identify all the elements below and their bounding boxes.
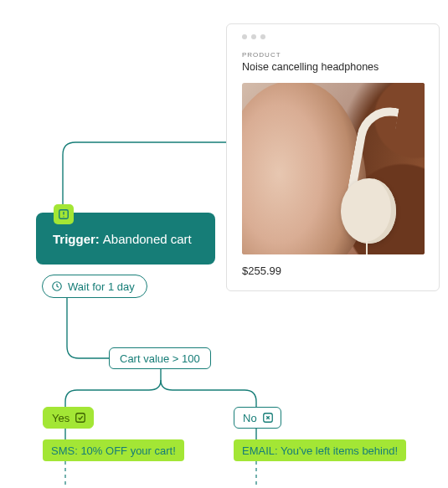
action-sms-label: SMS: 10% OFF your cart! (51, 444, 176, 457)
product-label: PRODUCT (242, 51, 424, 59)
wait-label: Wait for 1 day (68, 280, 135, 293)
alert-square-icon (54, 204, 74, 224)
trigger-label: Abandoned cart (103, 232, 192, 246)
window-controls (242, 34, 424, 39)
product-card: PRODUCT Noise cancelling headphones $255… (226, 23, 440, 291)
product-name: Noise cancelling headphones (242, 61, 424, 73)
branch-no-label: No (243, 412, 257, 424)
svg-rect-4 (76, 414, 85, 423)
product-image (242, 83, 425, 254)
action-email[interactable]: EMAIL: You've left items behind! (234, 439, 406, 461)
branch-yes[interactable]: Yes (43, 407, 94, 429)
check-square-icon (75, 412, 86, 424)
condition-label: Cart value > 100 (120, 352, 200, 365)
window-dot (242, 34, 247, 39)
clock-icon (51, 280, 63, 292)
branch-yes-label: Yes (52, 412, 70, 424)
window-dot (251, 34, 256, 39)
headphones-icon (336, 113, 399, 245)
wait-node[interactable]: Wait for 1 day (42, 275, 147, 298)
action-email-label: EMAIL: You've left items behind! (242, 444, 398, 457)
product-price: $255.99 (242, 265, 424, 277)
branch-no[interactable]: No (234, 407, 281, 429)
condition-node[interactable]: Cart value > 100 (109, 347, 211, 369)
window-dot (260, 34, 265, 39)
trigger-prefix: Trigger: (53, 232, 100, 246)
action-sms[interactable]: SMS: 10% OFF your cart! (43, 439, 184, 461)
svg-point-2 (63, 216, 64, 217)
x-square-icon (262, 412, 274, 424)
